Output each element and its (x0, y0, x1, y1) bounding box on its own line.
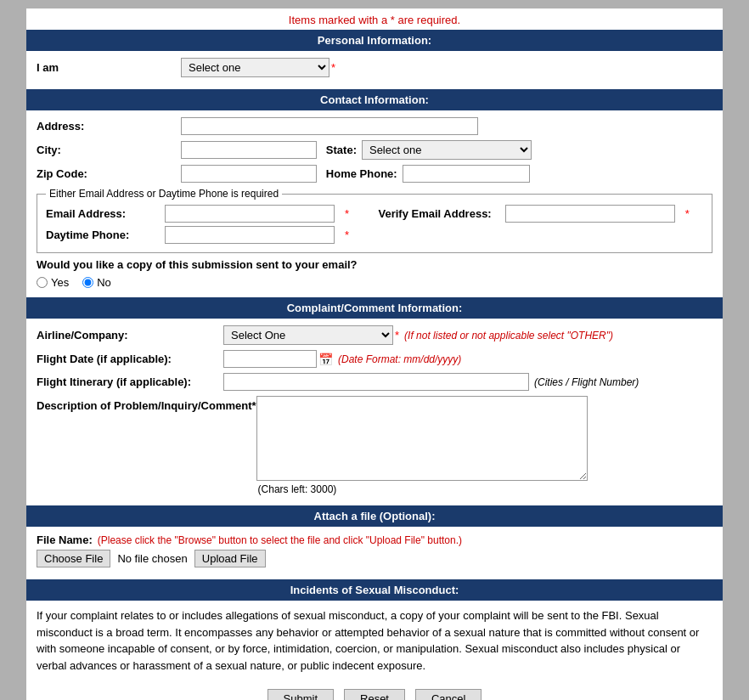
city-input[interactable] (181, 141, 317, 159)
i-am-label: I am (37, 61, 181, 74)
zip-label: Zip Code: (37, 167, 181, 180)
personal-info-header: Personal Information: (26, 30, 723, 51)
airline-required: * (395, 329, 399, 342)
i-am-required: * (331, 61, 335, 74)
submission-copy-label: Would you like a copy of this submission… (37, 258, 712, 271)
contact-info-section: Address: City: State: Select one ALAKAZA… (26, 110, 723, 297)
description-area-wrapper: (Chars left: 3000) (256, 396, 588, 495)
email-input[interactable] (165, 205, 335, 223)
reset-button[interactable]: Reset (344, 689, 405, 700)
verify-email-label: Verify Email Address: (379, 207, 492, 220)
address-row: Address: (37, 117, 712, 135)
airline-label: Airline/Company: (37, 329, 223, 342)
email-required: * (345, 207, 349, 220)
chars-left: (Chars left: 3000) (258, 483, 588, 495)
flight-itinerary-row: Flight Itinerary (if applicable): (Citie… (37, 373, 712, 391)
daytime-phone-row: Daytime Phone: * (46, 226, 703, 244)
yes-label: Yes (51, 276, 69, 289)
home-phone-label: Home Phone: (326, 167, 397, 180)
daytime-phone-required: * (345, 229, 349, 241)
attach-section: File Name: (Please click the "Browse" bu… (26, 527, 723, 579)
file-name-row: File Name: (Please click the "Browse" bu… (37, 533, 712, 546)
airline-row: Airline/Company: Select One OTHER * (If … (37, 325, 712, 345)
attach-header: Attach a file (Optional): (26, 505, 723, 527)
form-container: Items marked with a * are required. Pers… (26, 8, 723, 700)
verify-email-input[interactable] (505, 205, 675, 223)
daytime-phone-label: Daytime Phone: (46, 229, 156, 241)
yes-radio-label[interactable]: Yes (37, 276, 69, 289)
flight-itinerary-input[interactable] (223, 373, 529, 391)
state-label: State: (326, 144, 357, 156)
contact-info-header: Contact Information: (26, 89, 723, 110)
complaint-section: Airline/Company: Select One OTHER * (If … (26, 319, 723, 505)
state-select[interactable]: Select one ALAKAZAR CACOCTDE FLGAHIID IL… (362, 140, 532, 160)
daytime-phone-input[interactable] (165, 226, 335, 244)
home-phone-input[interactable] (403, 165, 530, 183)
email-label: Email Address: (46, 207, 156, 220)
zip-input[interactable] (181, 165, 317, 183)
choose-file-button[interactable]: Choose File (37, 550, 110, 567)
address-label: Address: (37, 120, 181, 133)
file-name-hint: (Please click the "Browse" button to sel… (98, 534, 462, 546)
no-radio-label[interactable]: No (82, 276, 111, 289)
yes-radio[interactable] (37, 277, 48, 288)
no-radio[interactable] (82, 277, 93, 288)
calendar-icon[interactable]: 📅 (318, 353, 333, 366)
email-row: Email Address: * Verify Email Address: * (46, 205, 703, 223)
email-copy-radio-row: Yes No (37, 276, 712, 289)
sexual-misconduct-section: If your complaint relates to or includes… (26, 601, 723, 680)
flight-itinerary-label: Flight Itinerary (if applicable): (37, 375, 223, 388)
email-fieldset: Either Email Address or Daytime Phone is… (37, 188, 712, 253)
email-fieldset-legend: Either Email Address or Daytime Phone is… (46, 188, 282, 200)
file-row: Choose File No file chosen Upload File (37, 550, 712, 567)
flight-date-input[interactable] (223, 350, 317, 368)
required-note: Items marked with a * are required. (26, 8, 723, 30)
button-row: Submit Reset Cancel (26, 689, 723, 700)
description-label: Description of Problem/Inquiry/Comment* (37, 396, 256, 412)
airline-select[interactable]: Select One OTHER (223, 325, 393, 345)
description-row: Description of Problem/Inquiry/Comment* … (37, 396, 712, 495)
complaint-header: Complaint/Comment Information: (26, 297, 723, 319)
description-textarea[interactable] (256, 396, 588, 481)
upload-file-button[interactable]: Upload File (194, 550, 266, 567)
verify-email-required: * (685, 207, 690, 220)
flight-date-label: Flight Date (if applicable): (37, 353, 223, 365)
airline-hint: (If not listed or not applicable select … (404, 330, 613, 342)
no-file-text: No file chosen (117, 552, 187, 565)
zip-phone-row: Zip Code: Home Phone: (37, 165, 712, 183)
city-state-row: City: State: Select one ALAKAZAR CACOCTD… (37, 140, 712, 160)
sexual-misconduct-text: If your complaint relates to or includes… (37, 607, 712, 674)
i-am-row: I am Select one Passenger Employee Other… (37, 58, 712, 77)
submit-button[interactable]: Submit (268, 689, 334, 700)
no-label: No (97, 276, 111, 289)
flight-itinerary-hint: (Cities / Flight Number) (534, 376, 639, 388)
i-am-select[interactable]: Select one Passenger Employee Other (181, 58, 329, 77)
personal-info-section: I am Select one Passenger Employee Other… (26, 51, 723, 89)
flight-date-row: Flight Date (if applicable): 📅 (Date For… (37, 350, 712, 368)
sexual-misconduct-header: Incidents of Sexual Misconduct: (26, 579, 723, 601)
address-input[interactable] (181, 117, 478, 135)
flight-date-hint: (Date Format: mm/dd/yyyy) (338, 353, 461, 365)
cancel-button[interactable]: Cancel (415, 689, 482, 700)
city-label: City: (37, 144, 181, 156)
file-name-label: File Name: (37, 533, 93, 546)
